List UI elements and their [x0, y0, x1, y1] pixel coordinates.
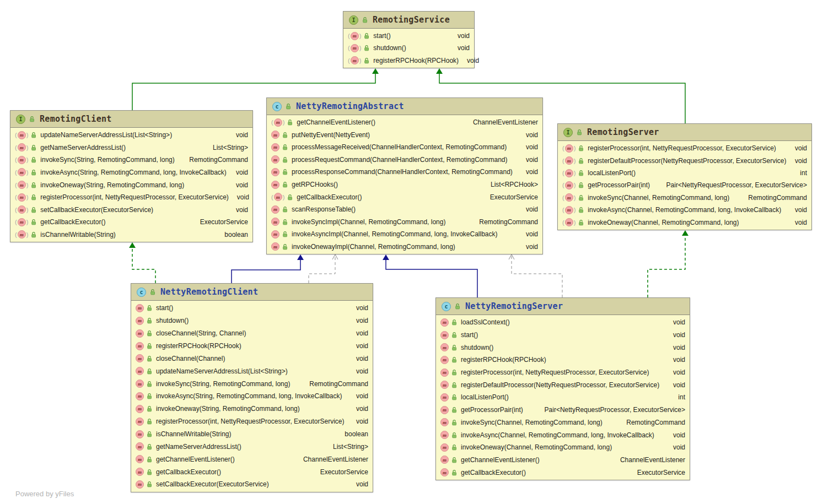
- method-return-type: void: [351, 329, 368, 337]
- edge-nettyremotingserver-extends-nettyremotingabstract[interactable]: [383, 254, 477, 297]
- method-return-type: void: [351, 405, 368, 413]
- method-row[interactable]: minvokeSync(Channel, RemotingCommand, lo…: [436, 416, 690, 429]
- method-row[interactable]: mgetCallbackExecutor()ExecutorService: [436, 466, 690, 479]
- method-row[interactable]: mcloseChannel(String, Channel)void: [131, 327, 373, 340]
- method-icon: m: [136, 342, 144, 350]
- method-row[interactable]: mgetChannelEventListener()ChannelEventLi…: [267, 116, 542, 129]
- method-signature: shutdown(): [373, 44, 406, 52]
- class-header[interactable]: c NettyRemotingAbstract: [267, 98, 542, 115]
- class-header[interactable]: c NettyRemotingClient: [131, 284, 373, 301]
- method-row[interactable]: mregisterProcessor(int, NettyRequestProc…: [131, 415, 373, 428]
- class-header[interactable]: I RemotingService: [343, 12, 474, 29]
- method-row[interactable]: mregisterProcessor(int, NettyRequestProc…: [436, 366, 690, 379]
- method-row[interactable]: minvokeSyncImpl(Channel, RemotingCommand…: [267, 215, 542, 228]
- method-row[interactable]: minvokeAsyncImpl(Channel, RemotingComman…: [267, 228, 542, 241]
- method-row[interactable]: mgetCallbackExecutor()ExecutorService: [10, 216, 252, 229]
- method-row[interactable]: mregisterRPCHook(RPCHook)void: [131, 340, 373, 353]
- method-return-type: RemotingCommand: [474, 218, 538, 226]
- method-row[interactable]: mregisterDefaultProcessor(NettyRequestPr…: [436, 378, 690, 391]
- method-row[interactable]: mprocessRequestCommand(ChannelHandlerCon…: [267, 154, 542, 166]
- method-row[interactable]: minvokeSync(String, RemotingCommand, lon…: [131, 377, 373, 390]
- method-row[interactable]: mupdateNameServerAddressList(List<String…: [10, 129, 252, 142]
- method-icon: m: [136, 380, 144, 388]
- method-row[interactable]: mputNettyEvent(NettyEvent)void: [267, 129, 542, 142]
- method-row[interactable]: minvokeAsync(String, RemotingCommand, lo…: [131, 390, 373, 403]
- method-row[interactable]: mlocalListenPort()int: [436, 391, 690, 404]
- method-row[interactable]: mloadSslContext()void: [436, 316, 690, 329]
- method-row[interactable]: mstart()void: [131, 302, 373, 315]
- method-row[interactable]: misChannelWritable(String)boolean: [131, 428, 373, 441]
- method-row[interactable]: mscanResponseTable()void: [267, 203, 542, 216]
- method-row[interactable]: mgetChannelEventListener()ChannelEventLi…: [131, 453, 373, 465]
- method-icon: m: [562, 169, 575, 177]
- method-row[interactable]: mstart()void: [436, 329, 690, 342]
- edge-nettyremotingserver-dependency-nettyremotingabstract[interactable]: [509, 254, 562, 297]
- method-signature: invokeAsync(Channel, RemotingCommand, lo…: [588, 206, 781, 214]
- method-row[interactable]: mregisterProcessor(int, NettyRequestProc…: [558, 142, 811, 154]
- lock-icon: [451, 407, 457, 413]
- class-header[interactable]: I RemotingClient: [10, 111, 252, 128]
- lock-icon: [147, 355, 152, 362]
- lock-icon: [364, 57, 369, 64]
- method-signature: invokeSync(Channel, RemotingCommand, lon…: [461, 419, 603, 426]
- method-return-type: void: [520, 143, 538, 151]
- method-row[interactable]: mcloseChannel(Channel)void: [131, 352, 373, 365]
- method-row[interactable]: minvokeOneway(String, RemotingCommand, l…: [10, 178, 252, 191]
- method-row[interactable]: minvokeAsync(Channel, RemotingCommand, l…: [436, 429, 690, 441]
- method-row[interactable]: mregisterDefaultProcessor(NettyRequestPr…: [558, 154, 811, 166]
- method-row[interactable]: mgetProcessorPair(int)Pair<NettyRequestP…: [558, 179, 811, 191]
- method-row[interactable]: msetCallbackExecutor(ExecutorService)voi…: [10, 203, 252, 216]
- method-signature: registerRPCHook(RPCHook): [461, 356, 546, 364]
- method-row[interactable]: mregisterProcessor(int, NettyRequestProc…: [10, 191, 252, 204]
- class-header[interactable]: I RemotingServer: [558, 124, 811, 141]
- method-row[interactable]: misChannelWritable(String)boolean: [10, 229, 252, 241]
- method-row[interactable]: mshutdown()void: [131, 315, 373, 327]
- method-row[interactable]: mlocalListenPort()int: [558, 167, 811, 179]
- method-row[interactable]: mgetCallbackExecutor()ExecutorService: [131, 465, 373, 478]
- class-box-remotingservice[interactable]: I RemotingService mstart()voidmshutdown(…: [343, 11, 475, 68]
- class-box-remotingserver[interactable]: I RemotingServer mregisterProcessor(int,…: [557, 123, 812, 230]
- method-row[interactable]: msetCallbackExecutor(ExecutorService)voi…: [131, 478, 373, 491]
- method-row[interactable]: mregisterRPCHook(RPCHook)void: [436, 354, 690, 366]
- method-row[interactable]: mshutdown()void: [343, 42, 474, 54]
- method-row[interactable]: mgetRPCHooks()List<RPCHook>: [267, 178, 542, 191]
- class-box-nettyremotingclient[interactable]: c NettyRemotingClient mstart()voidmshutd…: [131, 283, 373, 492]
- class-box-remotingclient[interactable]: I RemotingClient mupdateNameServerAddres…: [10, 110, 253, 242]
- method-row[interactable]: minvokeAsync(String, RemotingCommand, lo…: [10, 166, 252, 179]
- method-row[interactable]: minvokeOneway(Channel, RemotingCommand, …: [436, 441, 690, 454]
- method-row[interactable]: mprocessMessageReceived(ChannelHandlerCo…: [267, 141, 542, 154]
- edge-nettyremotingclient-implements-remotingclient[interactable]: [129, 242, 155, 283]
- method-row[interactable]: minvokeOneway(Channel, RemotingCommand, …: [558, 216, 811, 229]
- method-row[interactable]: mgetCallbackExecutor()ExecutorService: [267, 191, 542, 203]
- lock-icon: [31, 194, 36, 200]
- method-row[interactable]: minvokeAsync(Channel, RemotingCommand, l…: [558, 204, 811, 216]
- interface-icon: I: [563, 128, 573, 137]
- edge-nettyremotingclient-extends-nettyremotingabstract[interactable]: [232, 254, 304, 283]
- method-signature: getRPCHooks(): [292, 181, 338, 188]
- method-row[interactable]: mstart()void: [343, 30, 474, 42]
- method-row[interactable]: mregisterRPCHook(RPCHook)void: [343, 55, 474, 67]
- method-row[interactable]: minvokeSync(Channel, RemotingCommand, lo…: [558, 192, 811, 204]
- method-row[interactable]: minvokeOnewayImpl(Channel, RemotingComma…: [267, 240, 542, 253]
- class-box-nettyremotingserver[interactable]: c NettyRemotingServer mloadSslContext()v…: [435, 297, 690, 480]
- method-row[interactable]: mgetProcessorPair(int)Pair<NettyRequestP…: [436, 404, 690, 416]
- method-row[interactable]: minvokeOneway(String, RemotingCommand, l…: [131, 403, 373, 415]
- method-row[interactable]: minvokeSync(String, RemotingCommand, lon…: [10, 154, 252, 166]
- class-box-nettyremotingabstract[interactable]: c NettyRemotingAbstract mgetChannelEvent…: [266, 97, 543, 254]
- method-row[interactable]: mgetNameServerAddressList()List<String>: [10, 142, 252, 154]
- method-row[interactable]: mgetNameServerAddressList()List<String>: [131, 440, 373, 453]
- method-return-type: List<RPCHook>: [485, 181, 538, 188]
- lock-icon: [150, 289, 155, 295]
- method-icon: m: [136, 480, 144, 489]
- class-header[interactable]: c NettyRemotingServer: [436, 298, 690, 315]
- method-icon: m: [15, 131, 28, 139]
- lock-icon: [364, 32, 369, 39]
- method-signature: putNettyEvent(NettyEvent): [292, 131, 370, 139]
- method-row[interactable]: mprocessResponseCommand(ChannelHandlerCo…: [267, 166, 542, 178]
- edge-nettyremotingserver-implements-remotingserver[interactable]: [648, 230, 688, 297]
- edge-nettyremotingclient-dependency-nettyremotingabstract[interactable]: [309, 254, 338, 283]
- method-row[interactable]: mupdateNameServerAddressList(List<String…: [131, 365, 373, 377]
- method-row[interactable]: mshutdown()void: [436, 341, 690, 354]
- method-row[interactable]: mgetChannelEventListener()ChannelEventLi…: [436, 454, 690, 467]
- method-signature: invokeAsync(Channel, RemotingCommand, lo…: [461, 431, 654, 439]
